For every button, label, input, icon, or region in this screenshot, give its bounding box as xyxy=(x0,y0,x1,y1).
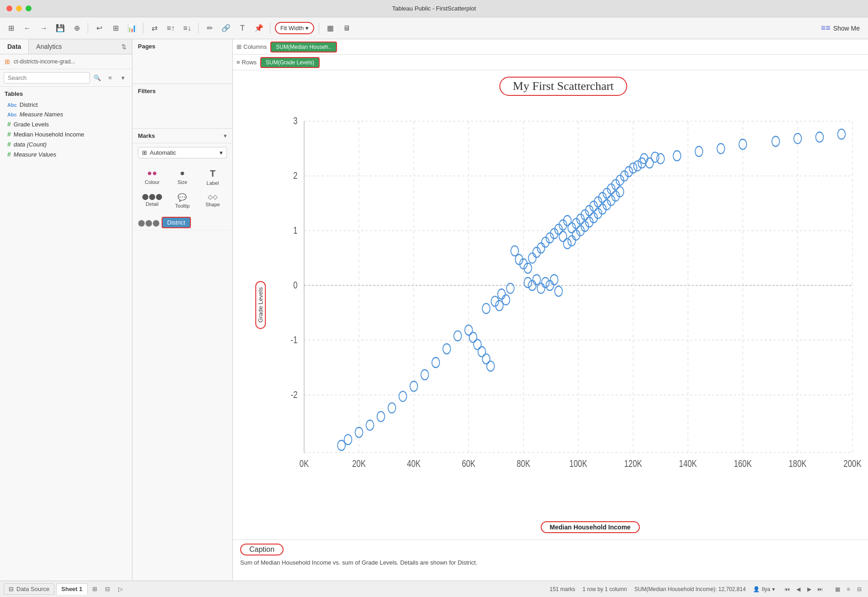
field-name-measure-names: Measure Names xyxy=(20,111,63,118)
nav-prev-icon[interactable]: ◀ xyxy=(793,584,803,594)
field-measure-names[interactable]: Abc Measure Names xyxy=(5,110,127,119)
svg-point-68 xyxy=(478,347,486,357)
field-name-grade-levels: Grade Levels xyxy=(14,121,49,128)
grid-view-icon[interactable]: ▦ xyxy=(323,21,337,36)
field-district[interactable]: Abc District xyxy=(5,100,127,110)
sort-asc-icon[interactable]: ≡↑ xyxy=(163,21,178,36)
svg-point-102 xyxy=(506,283,514,293)
filter-icon[interactable]: ▾ xyxy=(117,73,128,84)
field-grade-levels[interactable]: # Grade Levels xyxy=(5,119,127,129)
user-section[interactable]: 👤 Ilya ▾ xyxy=(753,586,775,592)
field-name-district: District xyxy=(20,101,38,108)
swap-icon[interactable]: ⇄ xyxy=(147,21,162,36)
columns-icon: ⊞ xyxy=(237,43,242,50)
svg-text:120K: 120K xyxy=(624,458,642,469)
text-icon[interactable]: T xyxy=(235,21,250,36)
back-icon[interactable]: ← xyxy=(20,21,35,36)
svg-point-84 xyxy=(673,151,681,161)
pen-icon[interactable]: ✏ xyxy=(202,21,217,36)
minimize-button[interactable] xyxy=(16,5,22,11)
marks-dropdown-icon[interactable]: ▾ xyxy=(224,132,227,139)
nav-last-icon[interactable]: ⏭ xyxy=(815,584,825,594)
data-tab[interactable]: Data xyxy=(0,39,29,54)
datasource-tab-icon: ⊟ xyxy=(9,586,14,592)
columns-pill[interactable]: SUM(Median Househ.. xyxy=(270,42,337,52)
field-name-median-income: Median Household Income xyxy=(14,131,84,138)
svg-text:0K: 0K xyxy=(300,458,309,469)
nav-next-icon[interactable]: ▶ xyxy=(804,584,814,594)
pages-empty xyxy=(138,52,227,80)
chart-icon[interactable]: 📊 xyxy=(125,21,139,36)
chart-container: My First Scatterchart Grade Levels Media… xyxy=(233,70,868,539)
new-sheet-icon[interactable]: ⊞ xyxy=(89,584,100,595)
save-icon[interactable]: 💾 xyxy=(53,21,68,36)
filters-title: Filters xyxy=(138,88,227,94)
hash-icon-3: # xyxy=(7,141,11,148)
svg-text:180K: 180K xyxy=(789,458,806,469)
search-icon[interactable]: 🔍 xyxy=(92,73,103,84)
district-pill[interactable]: District xyxy=(162,217,191,228)
sort-desc-icon[interactable]: ≡↓ xyxy=(180,21,195,36)
caption-section: Caption Sum of Median Household Income v… xyxy=(233,539,868,581)
swap-datasource-icon[interactable]: ⇅ xyxy=(118,41,129,52)
pages-section: Pages xyxy=(132,39,232,84)
rows-shelf: ≡ Rows SUM(Grade Levels) xyxy=(233,55,868,70)
hash-icon-4: # xyxy=(7,151,11,158)
close-button[interactable] xyxy=(6,5,12,11)
svg-text:80K: 80K xyxy=(516,458,530,469)
rows-pill[interactable]: SUM(Grade Levels) xyxy=(260,57,320,68)
field-measure-values[interactable]: # Measure Values xyxy=(5,149,127,159)
compact-view-icon[interactable]: ⊟ xyxy=(854,584,864,594)
svg-point-67 xyxy=(473,340,481,350)
marks-type-select[interactable]: ⊞ Automatic ▾ xyxy=(138,147,227,158)
grid-view-small-icon[interactable]: ▦ xyxy=(832,584,842,594)
new-icon[interactable]: ⊕ xyxy=(69,21,84,36)
sheet1-tab[interactable]: Sheet 1 xyxy=(56,583,87,595)
tooltip-button[interactable]: 💬 Tooltip xyxy=(168,190,196,211)
list-view-icon[interactable]: ≡ xyxy=(105,73,116,84)
redo-icon[interactable]: ⊞ xyxy=(108,21,123,36)
detail-button[interactable]: ⬤⬤⬤ Detail xyxy=(138,190,166,211)
pin-icon[interactable]: 📌 xyxy=(252,21,266,36)
analytics-tab[interactable]: Analytics xyxy=(29,39,69,54)
field-median-income[interactable]: # Median Household Income xyxy=(5,129,127,139)
svg-text:-1: -1 xyxy=(291,334,298,345)
scatter-plot-svg: .grid-line { stroke: #ddd; stroke-width:… xyxy=(260,107,863,503)
svg-text:20K: 20K xyxy=(352,458,366,469)
field-data-count[interactable]: # data (Count) xyxy=(5,139,127,149)
nav-first-icon[interactable]: ⏮ xyxy=(782,584,792,594)
colour-button[interactable]: ●● Colour xyxy=(138,166,166,189)
svg-point-92 xyxy=(524,278,532,288)
svg-point-74 xyxy=(421,370,429,380)
forward-icon[interactable]: → xyxy=(37,21,51,36)
separator-4 xyxy=(270,23,270,34)
abc-icon-2: Abc xyxy=(7,112,17,117)
show-me-button[interactable]: ≡≡ Show Me xyxy=(816,21,864,35)
size-icon: ● xyxy=(180,168,185,178)
shape-button[interactable]: ◇◇ Shape xyxy=(199,190,227,211)
list-view-small-icon[interactable]: ≡ xyxy=(843,584,853,594)
size-button[interactable]: ● Size xyxy=(168,166,196,189)
present-icon[interactable]: 🖥 xyxy=(339,21,354,36)
home-icon[interactable]: ⊞ xyxy=(4,21,18,36)
label-button[interactable]: T Label xyxy=(199,166,227,189)
user-icon: 👤 xyxy=(753,586,760,592)
left-panel: Data Analytics ⇅ ⊞ ct-districts-income-g… xyxy=(0,39,132,581)
link-icon[interactable]: 🔗 xyxy=(219,21,233,36)
undo-icon[interactable]: ↩ xyxy=(92,21,106,36)
duplicate-sheet-icon[interactable]: ⊟ xyxy=(102,584,113,595)
search-input[interactable] xyxy=(4,72,90,84)
svg-point-96 xyxy=(542,278,549,288)
colour-label: Colour xyxy=(145,179,159,185)
present-mode-icon[interactable]: ▷ xyxy=(115,584,126,595)
svg-point-82 xyxy=(337,440,345,450)
svg-point-72 xyxy=(443,344,451,354)
titlebar-buttons xyxy=(6,5,32,11)
data-source-label: ⊞ ct-districts-income-grad... xyxy=(0,54,132,69)
maximize-button[interactable] xyxy=(26,5,32,11)
colour-icon: ●● xyxy=(147,168,157,178)
marks-type-icon: ⊞ xyxy=(142,149,147,156)
data-source-tab[interactable]: ⊟ Data Source xyxy=(4,583,54,595)
toolbar: ⊞ ← → 💾 ⊕ ↩ ⊞ 📊 ⇄ ≡↑ ≡↓ ✏ 🔗 T 📌 Fit Widt… xyxy=(0,17,868,39)
fit-width-button[interactable]: Fit Width ▾ xyxy=(275,22,314,34)
